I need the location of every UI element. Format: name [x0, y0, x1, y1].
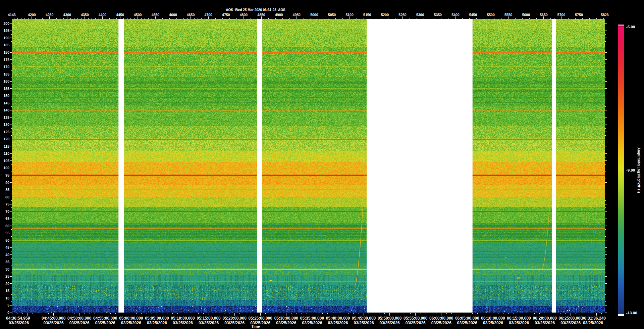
top-axis-major-tick	[32, 16, 32, 19]
y-axis-tick-label: 155	[0, 87, 9, 91]
colorbar-bottom-cap	[618, 314, 624, 316]
bottom-axis-minor-tick	[12, 313, 12, 314]
y-axis-right-minor-tick	[605, 27, 606, 27]
bottom-axis-date-label: 03/25/2026	[95, 321, 115, 325]
bottom-axis-minor-tick	[224, 313, 224, 314]
y-axis-right-minor-tick	[605, 63, 606, 63]
top-axis-minor-tick	[536, 18, 537, 19]
bottom-axis-minor-tick	[446, 313, 447, 314]
bottom-axis-minor-tick	[152, 313, 152, 314]
y-axis-minor-tick	[11, 114, 12, 114]
y-axis-major-tick	[10, 96, 12, 96]
bottom-axis-time-label: 06:15:00.000	[507, 316, 531, 321]
y-axis-major-tick	[10, 74, 12, 74]
y-axis-tick-label: 20	[0, 282, 9, 286]
bottom-axis-minor-tick	[245, 313, 245, 314]
top-axis-minor-tick	[448, 18, 448, 19]
top-axis-minor-tick	[424, 18, 424, 19]
top-axis-minor-tick	[582, 18, 583, 19]
y-axis-tick-label: 125	[0, 130, 9, 134]
y-axis-right-major-tick	[605, 175, 607, 175]
bottom-axis-minor-tick	[395, 313, 395, 314]
y-axis-right-minor-tick	[605, 179, 606, 179]
y-axis-right-major-tick	[605, 298, 607, 298]
bottom-axis-minor-tick	[100, 313, 100, 314]
y-axis-tick-label: 120	[0, 137, 9, 141]
top-axis-minor-tick	[99, 18, 99, 19]
top-axis-minor-tick	[413, 18, 413, 19]
top-axis-tick-label: 4250	[46, 13, 53, 17]
top-axis-minor-tick	[63, 18, 64, 19]
y-axis-right-minor-tick	[605, 164, 606, 164]
top-axis-minor-tick	[550, 18, 551, 19]
top-axis-minor-tick	[180, 18, 180, 19]
top-axis-minor-tick	[42, 18, 43, 19]
bottom-axis-minor-tick	[524, 313, 524, 314]
bottom-axis-major-tick	[312, 313, 312, 316]
bottom-axis-time-label: 04:55:00.000	[93, 316, 117, 321]
y-axis-right-major-tick	[605, 291, 607, 291]
y-axis-right-minor-tick	[605, 251, 606, 251]
top-axis-minor-tick	[289, 18, 290, 19]
bottom-axis-time-label: 05:45:00.000	[352, 316, 376, 321]
y-axis-major-tick	[10, 153, 12, 154]
bottom-axis-time-label: 06:31:36.240	[582, 316, 606, 321]
top-axis-minor-tick	[77, 18, 78, 19]
top-axis-tick-label: 5350	[434, 13, 442, 17]
top-axis-tick-label: 4200	[28, 13, 36, 17]
y-axis-right-minor-tick	[605, 41, 606, 42]
bottom-axis-minor-tick	[586, 313, 586, 314]
top-axis-minor-tick	[554, 18, 554, 19]
y-axis-right-minor-tick	[605, 229, 606, 230]
y-axis-tick-label: 55	[0, 231, 9, 235]
top-axis-minor-tick	[254, 18, 254, 19]
bottom-axis-minor-tick	[488, 313, 488, 314]
top-axis-minor-tick	[39, 18, 39, 19]
y-axis-minor-tick	[11, 49, 12, 49]
y-axis-major-tick	[10, 269, 12, 269]
colorbar-tick-label: -13.00	[626, 311, 637, 315]
y-axis-right-minor-tick	[605, 114, 606, 114]
y-axis-right-major-tick	[605, 153, 607, 154]
spectrogram-canvas[interactable]	[12, 19, 605, 313]
bottom-axis-minor-tick	[59, 313, 59, 314]
y-axis-right-minor-tick	[605, 301, 606, 302]
y-axis-right-major-tick	[605, 168, 607, 168]
top-axis-minor-tick	[586, 18, 586, 19]
top-axis-minor-tick	[498, 18, 498, 19]
bottom-axis-minor-tick	[565, 313, 566, 314]
y-axis-right-major-tick	[605, 31, 607, 31]
y-axis-minor-tick	[11, 27, 12, 27]
bottom-axis-major-tick	[79, 313, 79, 316]
top-axis-minor-tick	[130, 18, 131, 19]
y-axis-minor-tick	[11, 207, 12, 208]
top-axis-tick-label: 5823	[601, 13, 608, 17]
top-axis-minor-tick	[529, 18, 530, 19]
bottom-axis-minor-tick	[457, 313, 457, 314]
top-axis-minor-tick	[462, 18, 463, 19]
top-axis-minor-tick	[92, 18, 92, 19]
bottom-axis-time-label: 05:15:00.000	[197, 316, 220, 321]
bottom-axis-major-tick	[493, 313, 493, 316]
y-axis-right-major-tick	[605, 160, 607, 161]
bottom-axis-minor-tick	[167, 313, 167, 314]
top-axis-tick-label: 4400	[99, 13, 106, 17]
bottom-axis-minor-tick	[172, 313, 173, 314]
y-axis-right-minor-tick	[605, 273, 606, 273]
y-axis-major-tick	[10, 240, 12, 240]
bottom-axis-minor-tick	[322, 313, 323, 314]
top-axis-minor-tick	[593, 18, 593, 19]
top-axis-major-tick	[85, 16, 85, 19]
top-axis-tick-label: 5050	[328, 13, 336, 17]
bottom-axis-date-label: 03/25/2026	[431, 321, 451, 325]
y-axis-right-minor-tick	[605, 222, 606, 222]
y-axis-right-major-tick	[605, 197, 607, 197]
y-axis-major-tick	[10, 262, 12, 262]
y-axis-minor-tick	[11, 56, 12, 56]
y-axis-right-major-tick	[605, 313, 607, 313]
y-axis-right-minor-tick	[605, 143, 606, 143]
top-axis-tick-label: 4750	[222, 13, 230, 17]
top-axis-tick-label: 4300	[63, 13, 71, 17]
bottom-axis-minor-tick	[33, 313, 33, 314]
bottom-axis-minor-tick	[555, 313, 555, 314]
